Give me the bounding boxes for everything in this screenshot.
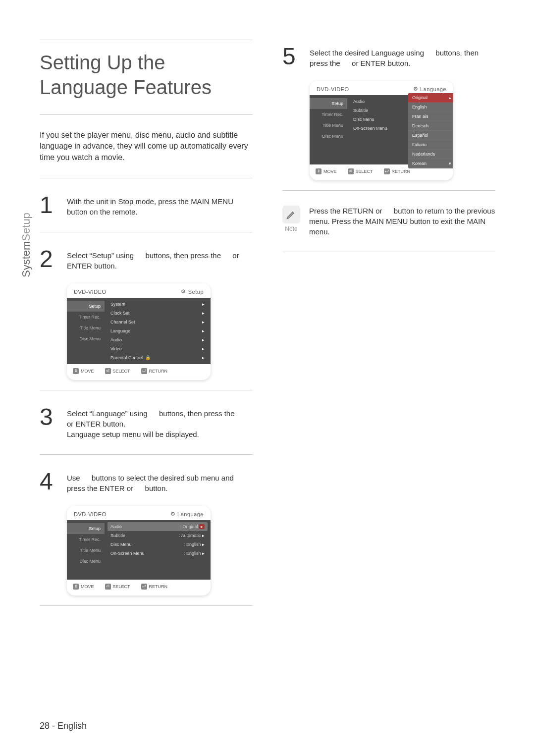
step-number: 5 xyxy=(282,45,302,68)
language-dropdown[interactable]: Original▴ English Fran ais Deutsch Españ… xyxy=(408,93,453,168)
step-text: Select the desired Language using button… xyxy=(310,45,495,68)
select-hint: ⏎SELECT xyxy=(105,368,130,374)
page-footer: 28 - English xyxy=(40,721,87,731)
note-icon-wrap: Note xyxy=(282,206,300,237)
option-row[interactable]: Video▸ xyxy=(107,344,208,353)
option-row[interactable]: Channel Set▸ xyxy=(107,318,208,326)
return-hint: ⮐RETURN xyxy=(141,584,168,590)
left-nav-item[interactable]: Setup xyxy=(67,523,105,534)
left-nav-item[interactable]: Timer Rec. xyxy=(67,534,105,545)
step-number: 2 xyxy=(40,247,59,271)
language-option[interactable]: Korean▾ xyxy=(408,159,453,168)
left-nav-item[interactable]: Timer Rec. xyxy=(310,109,347,120)
divider xyxy=(40,178,253,178)
left-nav-item[interactable]: Disc Menu xyxy=(67,556,105,567)
panel-crumb: ⚙ Setup xyxy=(181,288,204,295)
step-text: Select “Language” using buttons, then pr… xyxy=(67,405,253,439)
language-option[interactable]: Deutsch xyxy=(408,121,453,131)
section-label: SystemSetup xyxy=(20,213,33,277)
select-hint: ⏎SELECT xyxy=(348,168,373,174)
option-row[interactable]: System▸ xyxy=(107,300,208,309)
left-nav-item[interactable]: Disc Menu xyxy=(67,333,105,344)
panel-options: System▸ Clock Set▸ Channel Set▸ Language… xyxy=(105,298,211,364)
panel-footer: ⇕MOVE ⏎SELECT ⮐RETURN xyxy=(67,364,211,380)
pencil-icon xyxy=(282,206,300,223)
panel-options: Audio: Original ▸ Subtitle: Automatic ▸ … xyxy=(105,520,211,580)
left-nav-item[interactable]: Setup xyxy=(67,301,105,312)
step-number: 1 xyxy=(40,193,59,217)
dvd-panel-language-dropdown: DVD-VIDEO ⚙ Language Setup Timer Rec. Ti… xyxy=(310,81,453,180)
divider xyxy=(40,605,253,606)
panel-title: DVD-VIDEO xyxy=(74,289,107,295)
panel-footer: ⇕MOVE ⏎SELECT ⮐RETURN xyxy=(67,580,211,595)
option-row[interactable]: Clock Set▸ xyxy=(107,309,208,318)
page-title-box: Setting Up the Language Features xyxy=(40,40,253,115)
language-option[interactable]: English xyxy=(408,103,453,112)
page-title: Setting Up the Language Features xyxy=(40,50,253,100)
divider xyxy=(40,232,253,232)
step-1: 1 With the unit in Stop mode, press the … xyxy=(40,188,253,222)
panel-crumb: ⚙ Language xyxy=(413,86,446,92)
step-number: 3 xyxy=(40,405,59,439)
step-5: 5 Select the desired Language using butt… xyxy=(282,40,495,73)
divider xyxy=(282,252,495,252)
note-text: Press the RETURN or button to return to … xyxy=(309,206,495,237)
step-2: 2 Select “Setup” using buttons, then pre… xyxy=(40,242,253,276)
language-option[interactable]: Italiano xyxy=(408,140,453,150)
panel-title: DVD-VIDEO xyxy=(317,86,349,92)
option-row[interactable]: Audio▸ xyxy=(107,335,208,344)
select-hint: ⏎SELECT xyxy=(105,584,130,590)
move-hint: ⇕MOVE xyxy=(73,584,94,590)
language-option[interactable]: Nederlands xyxy=(408,150,453,159)
move-hint: ⇕MOVE xyxy=(316,168,337,174)
option-row[interactable]: Language▸ xyxy=(107,326,208,335)
divider xyxy=(40,454,253,455)
left-nav-item[interactable]: Title Menu xyxy=(67,323,105,333)
step-text: Use buttons to select the desired sub me… xyxy=(67,470,253,493)
note-label: Note xyxy=(285,225,297,232)
language-option[interactable]: Original▴ xyxy=(408,93,453,103)
step-number: 4 xyxy=(40,470,59,493)
language-option[interactable]: Fran ais xyxy=(408,112,453,121)
option-row[interactable]: Audio: Original ▸ xyxy=(107,522,208,531)
move-hint: ⇕MOVE xyxy=(73,368,94,374)
step-text: Select “Setup” using buttons, then press… xyxy=(67,247,253,271)
left-nav-item[interactable]: Disc Menu xyxy=(310,131,347,142)
step-text: With the unit in Stop mode, press the MA… xyxy=(67,193,253,217)
panel-title: DVD-VIDEO xyxy=(74,511,107,517)
left-nav-item[interactable]: Title Menu xyxy=(310,120,347,131)
note-block: Note Press the RETURN or button to retur… xyxy=(282,201,495,242)
panel-header: DVD-VIDEO ⚙ Setup xyxy=(67,283,211,298)
option-row[interactable]: Subtitle: Automatic ▸ xyxy=(107,531,208,540)
panel-crumb: ⚙ Language xyxy=(170,511,204,517)
return-hint: ⮐RETURN xyxy=(141,368,168,374)
option-row[interactable]: Disc Menu: English ▸ xyxy=(107,540,208,549)
panel-header: DVD-VIDEO ⚙ Language xyxy=(67,506,211,520)
return-hint: ⮐RETURN xyxy=(384,168,411,174)
left-nav-item[interactable]: Setup xyxy=(310,98,347,109)
option-row[interactable]: On-Screen Menu: English ▸ xyxy=(107,549,208,558)
dvd-panel-setup: DVD-VIDEO ⚙ Setup Setup Timer Rec. Title… xyxy=(67,283,211,380)
step-4: 4 Use buttons to select the desired sub … xyxy=(40,465,253,498)
panel-left-nav: Setup Timer Rec. Title Menu Disc Menu xyxy=(67,520,105,580)
option-row[interactable]: Parental Control 🔒▸ xyxy=(107,353,208,362)
left-nav-item[interactable]: Timer Rec. xyxy=(67,312,105,323)
panel-left-nav: Setup Timer Rec. Title Menu Disc Menu xyxy=(310,95,347,164)
panel-left-nav: Setup Timer Rec. Title Menu Disc Menu xyxy=(67,298,105,364)
divider xyxy=(282,190,495,191)
left-nav-item[interactable]: Title Menu xyxy=(67,545,105,556)
step-3: 3 Select “Language” using buttons, then … xyxy=(40,400,253,444)
dvd-panel-language: DVD-VIDEO ⚙ Language Setup Timer Rec. Ti… xyxy=(67,506,211,595)
language-option[interactable]: Español xyxy=(408,131,453,140)
intro-text: If you set the player menu, disc menu, a… xyxy=(40,130,253,163)
panel-options: Audio Subtitle Disc Menu On-Screen Menu … xyxy=(347,95,453,164)
divider xyxy=(40,390,253,390)
